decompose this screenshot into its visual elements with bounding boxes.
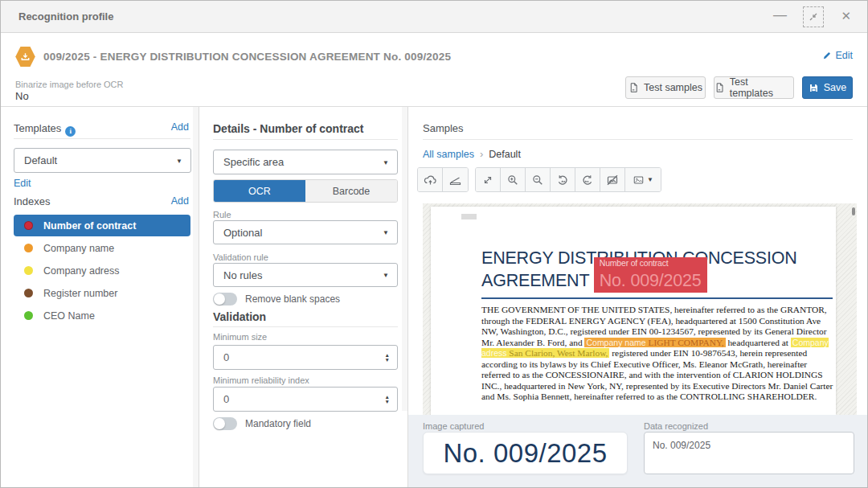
info-icon[interactable]: i [65, 126, 76, 137]
window-titlebar: Recognition profile — ✕ [1, 1, 867, 33]
remove-blank-spaces-row: Remove blank spaces [213, 293, 340, 306]
left-panel-scrollbar[interactable] [193, 107, 199, 487]
pencil-icon [822, 51, 832, 60]
index-color-dot [24, 311, 33, 320]
rotate-right-icon [581, 174, 594, 187]
area-select[interactable]: Specific area ▼ [213, 150, 398, 174]
remove-blank-spaces-label: Remove blank spaces [245, 293, 340, 305]
breadcrumb-all-samples[interactable]: All samples [423, 149, 474, 160]
stepper-arrows-icon[interactable]: ▲▼ [385, 353, 390, 363]
binarize-label: Binarize image before OCR [15, 80, 124, 89]
test-samples-button[interactable]: Test samples [625, 76, 706, 99]
index-list: Number of contract Company name Company … [14, 215, 190, 327]
index-item-register-number[interactable]: Register number [14, 282, 190, 304]
edit-profile-link[interactable]: Edit [822, 50, 853, 61]
samples-panel: Samples All samples › Default [408, 107, 867, 487]
validation-heading: Validation [213, 310, 266, 323]
restore-window-icon[interactable] [803, 6, 824, 27]
document-title-line2-prefix: AGREEMENT [481, 271, 594, 290]
document-run-icon [714, 82, 725, 93]
mandatory-field-label: Mandatory field [245, 418, 311, 429]
rule-select-value: Optional [223, 227, 262, 239]
tab-barcode[interactable]: Barcode [305, 180, 397, 202]
index-item-company-name[interactable]: Company name [14, 237, 190, 259]
chevron-down-icon: ▼ [647, 176, 653, 183]
document-body: THE GOVERNMENT OF THE UNITED STATES, her… [481, 305, 837, 403]
edit-profile-label: Edit [835, 50, 853, 61]
zoom-out-icon [531, 174, 544, 187]
minimum-reliability-label: Minimum reliability index [213, 375, 309, 385]
fit-screen-button[interactable] [476, 168, 501, 191]
mid-panel-scrollbar[interactable] [402, 107, 407, 411]
minimize-icon[interactable]: — [773, 7, 787, 23]
add-template-link[interactable]: Add [171, 121, 189, 133]
validation-rule-label: Validation rule [213, 252, 268, 262]
index-label: Company adress [43, 265, 120, 277]
zoom-in-icon [506, 174, 519, 187]
minimum-size-label: Minimum size [213, 332, 267, 342]
chevron-down-icon: ▼ [383, 229, 389, 236]
profile-header: 009/2025 - ENERGY DISTRIBUTION CONCESSIO… [1, 34, 867, 107]
minimum-reliability-input[interactable] [223, 393, 376, 405]
fit-screen-icon [481, 174, 494, 187]
toolbar-group-view: ▼ [475, 167, 661, 192]
profile-title: 009/2025 - ENERGY DISTRIBUTION CONCESSIO… [43, 51, 451, 63]
remove-image-button[interactable] [600, 168, 625, 191]
breadcrumb: All samples › Default [423, 148, 521, 160]
close-icon[interactable]: ✕ [841, 9, 851, 23]
tab-ocr[interactable]: OCR [214, 180, 305, 202]
toolbar-group-source [417, 167, 469, 192]
area-select-value: Specific area [223, 156, 284, 168]
highlight-text: LIGHT COMPANY, [646, 338, 724, 347]
index-item-company-adress[interactable]: Company adress [14, 260, 190, 281]
zoom-out-button[interactable] [526, 168, 551, 191]
document-preview-canvas[interactable]: ENERGY DISTRIBUTION CONCESSION AGREEMENT… [423, 203, 857, 415]
index-label: Register number [43, 288, 117, 299]
minimum-size-input[interactable] [223, 351, 376, 363]
image-captured-label: Image captured [423, 421, 484, 431]
template-select[interactable]: Default ▼ [14, 148, 191, 173]
test-templates-button[interactable]: Test templates [714, 76, 794, 99]
window-title: Recognition profile [18, 10, 113, 23]
data-recognized-box[interactable]: No. 009/2025 [644, 432, 854, 474]
mandatory-field-toggle[interactable] [213, 417, 237, 430]
minimum-size-stepper[interactable]: ▲▼ [213, 345, 398, 370]
number-of-contract-highlight[interactable]: Number of contractNo. 009/2025 [594, 269, 707, 293]
index-item-number-of-contract[interactable]: Number of contract [14, 215, 190, 236]
image-select-button[interactable]: ▼ [625, 168, 661, 191]
chevron-down-icon: ▼ [383, 158, 389, 166]
breadcrumb-current: Default [489, 149, 521, 160]
preview-scrollbar-thumb[interactable] [852, 207, 855, 215]
cloud-upload-button[interactable] [418, 168, 443, 191]
details-heading: Details - Number of contract [213, 122, 363, 135]
remove-blank-spaces-toggle[interactable] [213, 293, 237, 306]
document-page[interactable]: ENERGY DISTRIBUTION CONCESSION AGREEMENT… [431, 207, 836, 415]
templates-label: Templates [14, 122, 61, 134]
index-label: CEO Name [43, 310, 95, 322]
rotate-right-button[interactable] [575, 168, 600, 191]
document-run-icon [628, 82, 639, 93]
minimum-reliability-stepper[interactable]: ▲▼ [213, 387, 398, 412]
capture-results-bar: Image captured No. 009/2025 Data recogni… [408, 415, 867, 487]
index-label: Company name [43, 243, 114, 254]
remove-image-icon [606, 174, 619, 187]
scanner-button[interactable] [443, 168, 468, 191]
save-button[interactable]: Save [802, 76, 853, 99]
test-samples-label: Test samples [644, 82, 702, 93]
index-details-panel: Details - Number of contract Specific ar… [199, 107, 408, 487]
index-label: Number of contract [43, 220, 136, 232]
data-recognized-label: Data recognized [644, 421, 708, 431]
mandatory-field-row: Mandatory field [213, 417, 311, 430]
scanner-icon [448, 174, 462, 187]
rotate-left-button[interactable] [551, 168, 575, 191]
edit-template-link[interactable]: Edit [14, 178, 31, 189]
index-color-dot [24, 289, 33, 297]
index-item-ceo-name[interactable]: CEO Name [14, 305, 190, 326]
company-name-highlight[interactable]: Company name LIGHT COMPANY, [584, 338, 725, 347]
chevron-down-icon: ▼ [176, 157, 182, 164]
stepper-arrows-icon[interactable]: ▲▼ [385, 395, 390, 404]
validation-rule-select[interactable]: No rules ▼ [213, 263, 398, 287]
add-index-link[interactable]: Add [171, 195, 189, 207]
rule-select[interactable]: Optional ▼ [213, 220, 398, 244]
zoom-in-button[interactable] [501, 168, 526, 191]
